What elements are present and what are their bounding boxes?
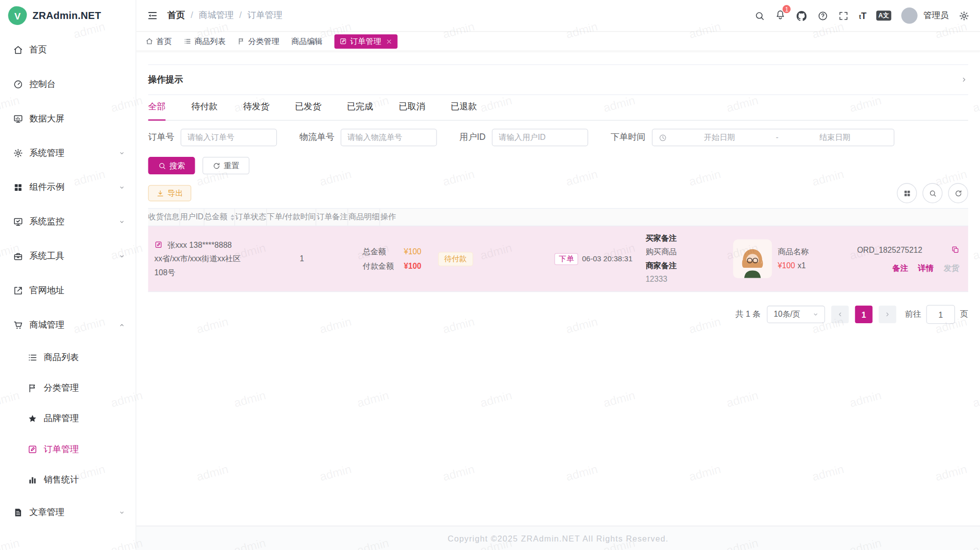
current-page-button[interactable]: 1 xyxy=(855,306,873,323)
note-link[interactable]: 备注 xyxy=(893,261,908,275)
sidebar-item[interactable]: 文章管理 xyxy=(0,499,136,526)
status-tab[interactable]: 已取消 xyxy=(399,101,425,120)
table-row[interactable]: 张xxx 138****8888 xx省/xx市/xxx街道xx社区108号 1… xyxy=(148,226,969,292)
help-icon[interactable] xyxy=(818,10,828,21)
shipping-no-input[interactable] xyxy=(341,129,437,146)
order-no-input[interactable] xyxy=(181,129,277,146)
status-tab[interactable]: 待发货 xyxy=(243,101,270,120)
table-column-header[interactable]: 收货信息 xyxy=(148,209,180,226)
reset-button[interactable]: 重置 xyxy=(202,157,249,174)
sidebar-item[interactable]: 控制台 xyxy=(0,70,136,97)
sidebar-item[interactable]: 系统管理 xyxy=(0,139,136,166)
refresh-icon xyxy=(212,161,220,169)
table-column-header[interactable]: 总金额 xyxy=(204,209,235,226)
time-cell: 下单 06-03 20:38:31 xyxy=(548,247,639,271)
product-qty: x1 xyxy=(798,261,806,270)
sidebar-item[interactable]: 品牌管理 xyxy=(0,407,136,430)
sidebar-item[interactable]: 销售统计 xyxy=(0,468,136,491)
breadcrumb-item[interactable]: 首页 xyxy=(167,10,198,21)
date-start-placeholder: 开始日期 xyxy=(667,132,772,143)
table-column-header[interactable]: 下单/付款时间 xyxy=(267,209,316,226)
edit-doc-icon xyxy=(339,37,347,45)
table-column-header[interactable]: 订单备注 xyxy=(317,209,349,226)
pagination-total: 共 1 条 xyxy=(735,309,761,320)
sidebar-menu: 首页 控制台 数据大屏 系统管理 组件示例 xyxy=(0,31,136,550)
chevron-right-icon xyxy=(960,75,968,83)
actions-cell: ORD_1825275212 备注 详情 发货 xyxy=(851,238,968,280)
tag-item[interactable]: 首页 xyxy=(146,36,172,46)
edit-receiver-icon[interactable] xyxy=(154,241,162,249)
bar-chart-icon xyxy=(27,475,37,485)
status-tab[interactable]: 待付款 xyxy=(191,101,218,120)
prev-page-button[interactable] xyxy=(831,306,849,323)
sidebar-item[interactable]: 商品列表 xyxy=(0,346,136,369)
close-icon[interactable] xyxy=(386,38,393,45)
table-column-header[interactable]: 订单状态 xyxy=(235,209,267,226)
sidebar-item[interactable]: 数据大屏 xyxy=(0,105,136,132)
clock-icon xyxy=(659,133,667,141)
status-tab[interactable]: 全部 xyxy=(148,101,166,120)
refresh-table-button[interactable] xyxy=(948,183,968,203)
cart-icon xyxy=(13,320,23,330)
content: 操作提示 全部待付款待发货已发货已完成已取消已退款 订单号 物流单号 用户ID xyxy=(136,51,980,526)
language-icon[interactable]: A文 xyxy=(877,10,891,20)
chevron-down-icon xyxy=(118,252,125,260)
user-name[interactable]: 管理员 xyxy=(924,10,949,21)
avatar[interactable] xyxy=(901,7,918,24)
breadcrumb-item[interactable]: 商城管理 xyxy=(199,10,247,21)
sidebar-collapse-icon[interactable] xyxy=(147,10,158,21)
sidebar-item[interactable]: 系统监控 xyxy=(0,208,136,235)
columns-setting-button[interactable] xyxy=(897,183,917,203)
product-name: 商品名称 xyxy=(778,245,809,259)
tag-item[interactable]: 商品列表 xyxy=(184,36,226,46)
sort-carets[interactable] xyxy=(231,214,235,221)
monitor-icon xyxy=(13,217,23,227)
status-tab[interactable]: 已发货 xyxy=(295,101,322,120)
search-icon[interactable] xyxy=(755,10,765,21)
show-search-button[interactable] xyxy=(923,183,943,203)
page-size-select[interactable]: 10条/页 xyxy=(767,306,825,323)
settings-gear-icon[interactable] xyxy=(959,10,969,21)
sidebar-item[interactable]: 商城管理 xyxy=(0,311,136,338)
notification-badge: 1 xyxy=(782,4,792,13)
goto-page-input[interactable] xyxy=(926,305,955,324)
sidebar-item[interactable]: 分类管理 xyxy=(0,376,136,399)
detail-link[interactable]: 详情 xyxy=(918,261,934,275)
tips-collapse[interactable]: 操作提示 xyxy=(148,64,969,95)
copy-icon[interactable] xyxy=(951,246,959,254)
user-id-input[interactable] xyxy=(492,129,588,146)
search-button[interactable]: 搜索 xyxy=(148,157,195,174)
order-time: 06-03 20:38:31 xyxy=(582,252,632,266)
table-column-header[interactable]: 商品明细 xyxy=(349,209,381,226)
paid-amount: ¥100 xyxy=(404,259,422,273)
chevron-down-icon xyxy=(118,509,125,516)
home-icon xyxy=(13,44,23,54)
document-icon xyxy=(13,507,23,517)
ship-link[interactable]: 发货 xyxy=(944,261,959,275)
sidebar-item[interactable]: 组件示例 xyxy=(0,174,136,201)
status-tab[interactable]: 已退款 xyxy=(451,101,477,120)
date-range-picker[interactable]: 开始日期 - 结束日期 xyxy=(652,129,894,146)
status-tab[interactable]: 已完成 xyxy=(347,101,373,120)
tag-item[interactable]: 分类管理 xyxy=(237,36,279,46)
chevron-down-icon xyxy=(812,311,819,318)
table-column-header[interactable]: 操作 xyxy=(380,209,396,226)
font-size-icon[interactable]: tT xyxy=(859,11,867,20)
github-icon[interactable] xyxy=(796,9,808,21)
receiver-cell: 张xxx 138****8888 xx省/xx市/xxx街道xx社区108号 xyxy=(148,233,248,285)
fullscreen-icon[interactable] xyxy=(838,10,849,21)
app-logo[interactable]: V ZRAdmin.NET xyxy=(0,0,136,31)
tag-item[interactable]: 商品编辑 xyxy=(291,36,323,46)
gear-icon xyxy=(13,148,23,158)
next-page-button[interactable] xyxy=(879,306,896,323)
notifications-button[interactable]: 1 xyxy=(775,9,786,22)
home-icon xyxy=(146,37,153,45)
sidebar-item[interactable]: 首页 xyxy=(0,36,136,63)
sidebar-item[interactable]: 订单管理 xyxy=(0,438,136,461)
sidebar-item[interactable]: 官网地址 xyxy=(0,277,136,304)
sidebar-item[interactable]: 系统工具 xyxy=(0,242,136,269)
breadcrumb-item[interactable]: 订单管理 xyxy=(247,10,282,21)
export-button[interactable]: 导出 xyxy=(148,185,191,201)
tag-item[interactable]: 订单管理 xyxy=(334,34,397,48)
table-column-header[interactable]: 用户ID xyxy=(180,209,204,226)
